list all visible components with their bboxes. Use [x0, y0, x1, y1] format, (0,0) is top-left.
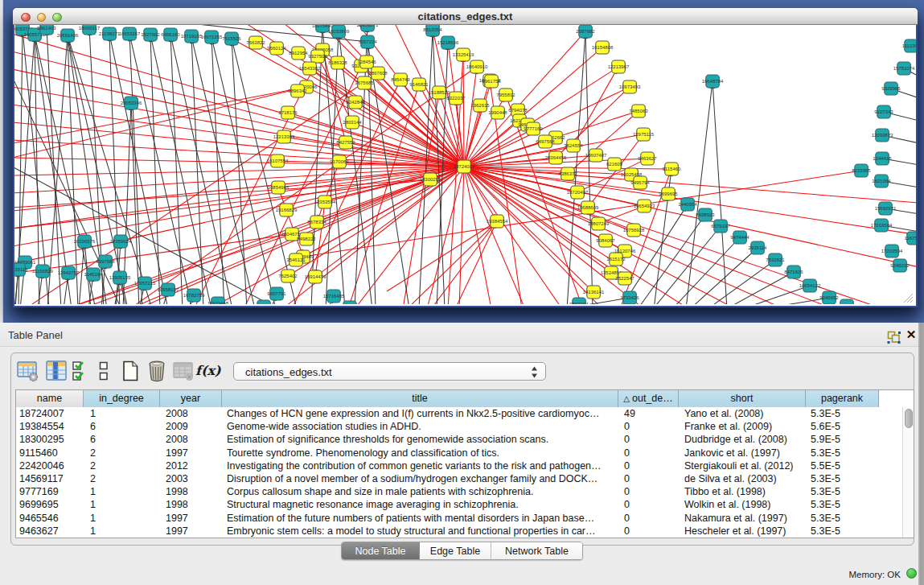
graph-node[interactable]: 9170064 — [330, 155, 349, 168]
graph-node[interactable]: 18300295 — [420, 173, 441, 186]
graph-node[interactable]: 1733426 — [620, 291, 639, 304]
table-row[interactable]: 977716911998Corpus callosum shape and si… — [16, 485, 914, 498]
graph-node[interactable]: 21038271 — [99, 27, 121, 40]
column-header-in-degree[interactable]: in_degree — [84, 390, 160, 407]
table-row[interactable]: 911546021997Tourette syndrome. Phenomeno… — [16, 447, 914, 459]
graph-node[interactable]: 7485063 — [629, 105, 648, 117]
close-panel-icon[interactable]: ✕ — [904, 328, 918, 344]
table-settings-icon[interactable] — [16, 359, 40, 383]
graph-node[interactable]: 8215955 — [852, 164, 871, 177]
graph-node[interactable]: 2935114 — [749, 241, 768, 254]
delete-table-disabled-icon[interactable] — [171, 359, 195, 383]
table-row[interactable]: 946554611997Estimation of the future num… — [16, 512, 914, 525]
graph-node[interactable]: 9084067 — [596, 234, 615, 247]
table-row[interactable]: 2242004622012Investigating the contribut… — [16, 459, 914, 472]
graph-node[interactable]: 1440954 — [678, 198, 697, 211]
graph-node[interactable]: 6466160 — [161, 28, 180, 41]
tab-edge-table[interactable]: Edge Table — [420, 542, 491, 559]
select-columns-icon[interactable] — [44, 359, 68, 383]
graph-node[interactable]: 8813054 — [423, 25, 442, 36]
graph-node[interactable]: 1145194 — [84, 268, 104, 281]
graph-node[interactable]: 11923468 — [207, 297, 229, 304]
graph-edge[interactable] — [387, 222, 495, 291]
graph-edge[interactable] — [464, 167, 491, 304]
graph-node[interactable]: 15720407 — [567, 186, 589, 199]
graph-node[interactable]: 9560124 — [267, 42, 286, 55]
table-selector-dropdown[interactable]: citations_edges.txt — [233, 362, 546, 381]
graph-node[interactable]: 9115460 — [663, 163, 682, 175]
table-row[interactable]: 969969511998Structural magnetic resonanc… — [16, 498, 914, 511]
graph-node[interactable]: 13353594 — [314, 196, 336, 208]
graph-node[interactable]: 9567214 — [569, 298, 589, 304]
network-canvas[interactable]: 1605376114055712986140320691406180653172… — [13, 25, 918, 307]
graph-node[interactable]: 7632621 — [766, 253, 785, 266]
graph-edge[interactable] — [231, 41, 297, 304]
graph-edge[interactable] — [33, 37, 72, 304]
graph-edge[interactable] — [583, 34, 593, 304]
float-window-icon[interactable] — [887, 331, 901, 344]
graph-node[interactable]: 9245032 — [890, 259, 910, 272]
graph-edge[interactable] — [14, 233, 290, 274]
resize-grip-icon[interactable] — [903, 293, 914, 303]
graph-node[interactable]: 8186328 — [328, 56, 347, 69]
graph-node[interactable]: 2522547 — [615, 272, 634, 285]
graph-node[interactable]: 7955812 — [496, 89, 515, 101]
graph-node[interactable]: 9091603 — [254, 300, 273, 304]
column-header-pagerank[interactable]: pagerank — [806, 390, 879, 407]
graph-node[interactable]: 1167532 — [905, 232, 916, 245]
graph-node[interactable]: 20691406 — [57, 29, 79, 42]
graph-node[interactable]: 18640910 — [466, 60, 488, 73]
graph-node[interactable]: 20053346 — [121, 97, 142, 109]
graph-edge[interactable] — [464, 167, 525, 304]
graph-node[interactable]: 10653267 — [119, 27, 141, 40]
graph-node[interactable]: 1244415 — [873, 152, 892, 165]
graph-node[interactable]: 16648784 — [702, 75, 724, 88]
graph-node[interactable]: 12093873 — [872, 129, 893, 142]
graph-node[interactable]: 1112364 — [902, 39, 916, 52]
graph-node[interactable]: 20953271 — [357, 25, 379, 31]
graph-node[interactable]: 19654923 — [634, 200, 655, 212]
table-row[interactable]: 946362711997Embryonic stem cells: a mode… — [16, 525, 914, 538]
graph-node[interactable]: 12905135 — [109, 271, 131, 284]
graph-node[interactable]: 9146821 — [409, 78, 429, 91]
graph-edge[interactable] — [464, 69, 478, 167]
graph-node[interactable]: 10973493 — [619, 80, 641, 93]
delete-trash-icon[interactable] — [145, 359, 169, 383]
graph-node[interactable]: 8912954 — [289, 47, 308, 60]
graph-node[interactable]: 8454749 — [391, 73, 410, 86]
column-header-name[interactable]: name — [16, 390, 84, 407]
graph-edge[interactable] — [45, 31, 61, 304]
graph-node[interactable]: 9329965 — [881, 82, 901, 95]
graph-node[interactable]: 1621064 — [872, 175, 891, 187]
network-window-titlebar[interactable]: citations_edges.txt — [13, 8, 918, 25]
graph-node[interactable]: 7515526 — [222, 32, 241, 45]
scrollbar-thumb[interactable] — [905, 409, 913, 428]
graph-node[interactable]: 17203594 — [881, 245, 903, 257]
new-document-icon[interactable] — [118, 359, 142, 383]
graph-node[interactable]: 18065317 — [79, 25, 101, 35]
table-row[interactable]: 1830029562008Estimation of significance … — [16, 433, 914, 446]
graph-node[interactable]: 9463627 — [638, 152, 657, 165]
graph-node[interactable]: 16782759 — [183, 289, 205, 302]
memory-status-indicator[interactable] — [906, 568, 917, 579]
graph-node[interactable]: 7386372 — [558, 167, 577, 180]
select-rows-icon[interactable] — [70, 359, 94, 383]
graph-node[interactable]: 6961758 — [482, 75, 501, 88]
graph-node[interactable]: 621609 — [606, 158, 623, 171]
graph-node[interactable]: 16543382 — [299, 62, 321, 75]
graph-node[interactable]: 9474444 — [730, 231, 749, 244]
graph-node[interactable]: 3675685 — [355, 76, 374, 89]
column-header-title[interactable]: title — [222, 390, 618, 407]
graph-node[interactable]: 2087682 — [576, 25, 595, 38]
graph-node[interactable]: 10688609 — [577, 201, 599, 214]
graph-node[interactable]: 16154808 — [592, 41, 614, 54]
graph-node[interactable]: 1527602 — [141, 28, 160, 41]
tab-node-table[interactable]: Node Table — [342, 542, 420, 559]
graph-edge[interactable] — [66, 38, 78, 304]
graph-node[interactable]: 10854965 — [268, 181, 290, 194]
graph-node[interactable]: 9777169 — [524, 122, 543, 135]
graph-node[interactable]: 17016504 — [871, 219, 893, 232]
vertical-scrollbar[interactable] — [902, 407, 914, 538]
graph-node[interactable]: 20206576 — [74, 235, 96, 248]
function-builder-icon[interactable]: f(x) — [195, 359, 220, 383]
